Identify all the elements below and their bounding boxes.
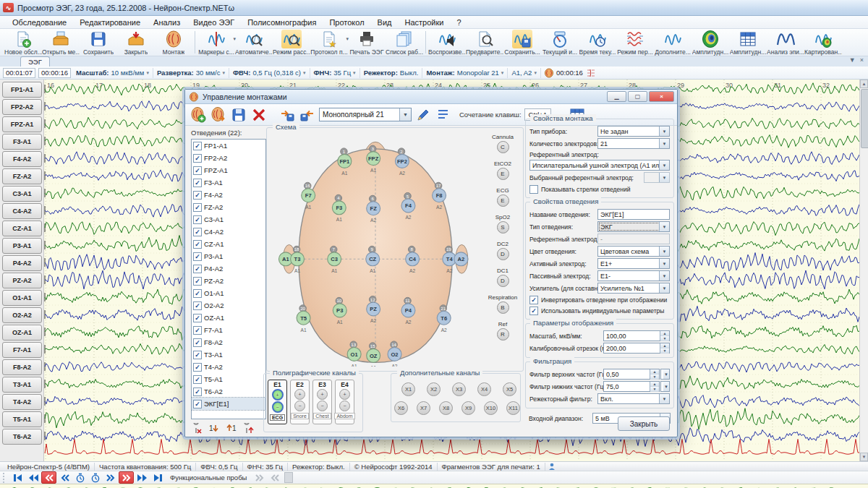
vertical-scrollbar[interactable]: ▲ ▼ (859, 80, 868, 461)
nav-jump-forward-button[interactable] (103, 472, 117, 483)
lead-item-F3-A1[interactable]: ✓F3-A1 (192, 176, 265, 189)
nav-fn-back-button[interactable] (268, 472, 281, 483)
close-pane-icon[interactable]: × (860, 56, 864, 64)
reference-electrode-select[interactable]: Ипсилатеральный ушной электрод (A1 или A… (529, 160, 670, 171)
channel-label-T6-A2[interactable]: T6-A2 (2, 429, 42, 445)
channel-label-O1-A1[interactable]: O1-A1 (2, 290, 42, 306)
toolbar-button-wave-save[interactable]: Сохранить... (503, 29, 541, 56)
menu-item-8[interactable]: ? (450, 17, 467, 28)
minus-contact[interactable]: − (339, 401, 350, 411)
channel-label-F7-A1[interactable]: F7-A1 (2, 342, 42, 358)
electrode-A2[interactable]: A2 (454, 252, 468, 266)
toolbar-button-close-box[interactable]: Закрыть (117, 29, 155, 56)
toolbar-button-wave-clock[interactable]: Время теку... (579, 29, 616, 56)
select-Усилитель (для составного):[interactable]: Усилитель №1▼ (597, 283, 670, 294)
channel-label-T5-A1[interactable]: T5-A1 (2, 411, 42, 427)
poly-card-E1[interactable]: E1+−ECG (268, 380, 287, 424)
poly-channel-DC2[interactable]: DC2D (484, 241, 522, 267)
lead-checkbox[interactable]: ✓ (193, 166, 202, 175)
lead-item-C4-A2[interactable]: ✓C4-A2 (192, 226, 265, 238)
channel-label-CZ-A1[interactable]: CZ-A1 (2, 221, 42, 236)
extra-channel-X4[interactable]: X4 (477, 382, 491, 396)
channel-label-O2-A2[interactable]: O2-A2 (2, 307, 42, 323)
move-up-icon[interactable]: 1 (226, 423, 237, 435)
dropdown-arrow-icon[interactable]: ▾ (222, 70, 225, 76)
export-montage-icon[interactable] (278, 106, 296, 124)
extra-channel-X6[interactable]: X6 (394, 401, 408, 415)
toolbar-button-amp-table[interactable]: Амплитудн... (729, 29, 767, 56)
dropdown-arrow-icon[interactable]: ▾ (353, 70, 356, 76)
reorder-list-icon[interactable] (435, 106, 452, 124)
poly-card-E3[interactable]: E3+−Chest (312, 380, 332, 424)
toolbar-button-doc-star[interactable]: ★Протокол п...▾ (310, 29, 348, 56)
param-6[interactable]: A1, A2▾ (508, 68, 541, 78)
toolbar-button-pages[interactable]: Список раб... (386, 29, 423, 56)
poly-card-E4[interactable]: E4+−Abdom (335, 380, 354, 424)
lead-item-F4-A2[interactable]: ✓F4-A2 (192, 189, 265, 201)
leads-list[interactable]: ✓FP1-A1✓FP2-A2✓FPZ-A1✓F3-A1✓F4-A2✓FZ-A2✓… (191, 139, 266, 419)
lead-checkbox[interactable]: ✓ (193, 326, 202, 335)
poly-card-E2[interactable]: E2+−Snore (290, 380, 310, 424)
copy-montage-icon[interactable] (210, 106, 227, 124)
menu-item-5[interactable]: Протокол (323, 17, 370, 28)
channel-label-FP2-A2[interactable]: FP2-A2 (2, 99, 42, 115)
montage-select[interactable]: Монополярный 21▼ (319, 108, 412, 121)
lead-item-F7-A1[interactable]: ✓F7-A1 (192, 324, 265, 336)
lead-item-T6-A2[interactable]: ✓T6-A2 (192, 385, 265, 398)
spinner-Калибровочный отрезок (мкВ):[interactable]: 200,00▲▼ (603, 343, 670, 354)
move-down-icon[interactable]: 1 (208, 423, 220, 435)
menu-item-7[interactable]: Настройки (398, 17, 450, 28)
dropdown-arrow-icon[interactable]: ▾ (303, 70, 306, 76)
lead-item-PZ-A2[interactable]: ✓PZ-A2 (192, 275, 265, 287)
lead-item-FZ-A2[interactable]: ✓FZ-A2 (192, 201, 265, 213)
poly-channel-Ref[interactable]: RefR (484, 321, 522, 348)
param-3[interactable]: ФНЧ:35 Гц▾ (310, 68, 360, 78)
lead-item-ЭКГ[E1][interactable]: ✓ЭКГ[E1] (192, 398, 265, 410)
poly-channel-Respiration[interactable]: RespirationB (484, 294, 522, 321)
poly-channel-ECG[interactable]: ECGE (484, 187, 522, 214)
lead-checkbox[interactable]: ✓ (193, 375, 202, 384)
param-5[interactable]: Монтаж:Monopolar 21▾ (422, 68, 508, 78)
toolbar-button-printer[interactable]: Печать ЭЭГ (348, 29, 386, 56)
param-1[interactable]: Развертка:30 мм/с▾ (153, 68, 229, 78)
nav-grip[interactable] (284, 472, 293, 483)
extra-channel-X1[interactable]: X1 (401, 382, 415, 396)
toolbar-button-wave-map[interactable]: Картирован... (804, 29, 842, 56)
select-Цвет отведения:[interactable]: Цветовая схема▼ (597, 246, 670, 257)
extra-channel-X11[interactable]: X11 (506, 401, 520, 415)
scroll-down-icon[interactable]: ▼ (860, 453, 868, 461)
menu-item-6[interactable]: Вид (371, 17, 399, 28)
nav-timer-back-button[interactable] (73, 472, 87, 483)
lead-checkbox[interactable]: ✓ (193, 252, 202, 261)
lead-checkbox[interactable]: ✓ (193, 240, 202, 249)
extra-channel-X9[interactable]: X9 (461, 401, 475, 415)
minus-contact[interactable]: − (294, 401, 305, 411)
lead-item-T4-A2[interactable]: ✓T4-A2 (192, 361, 265, 373)
extra-channel-X5[interactable]: X5 (503, 382, 516, 396)
toolbar-button-new-exam[interactable]: Новое обсл... (4, 29, 42, 56)
remove-electrode-icon[interactable] (191, 423, 203, 435)
new-montage-icon[interactable] (190, 106, 207, 124)
spinner-Масштаб, мкВ/мм:[interactable]: 100,00▲▼ (603, 330, 670, 341)
nav-jump-back-button[interactable] (58, 472, 72, 483)
poly-channel-SpO2[interactable]: SpO2S (484, 214, 522, 241)
channel-label-PZ-A2[interactable]: PZ-A2 (2, 273, 42, 288)
input-Референтный электрод:[interactable]: - (597, 234, 670, 244)
minus-contact[interactable]: − (272, 401, 284, 413)
channel-label-FZ-A2[interactable]: FZ-A2 (2, 168, 42, 184)
lead-checkbox[interactable]: ✓ (193, 277, 202, 286)
lead-item-O2-A2[interactable]: ✓O2-A2 (192, 299, 265, 312)
minimize-button[interactable]: ▁ (607, 91, 626, 102)
checkbox-Показывать стрелки отведений[interactable]: Показывать стрелки отведений (529, 184, 670, 194)
nav-timer-forward-button[interactable] (88, 472, 102, 483)
lead-item-C3-A1[interactable]: ✓C3-A1 (192, 213, 265, 226)
lead-checkbox[interactable]: ✓ (193, 142, 202, 150)
extra-channel-X8[interactable]: X8 (439, 401, 453, 415)
lead-item-O1-A1[interactable]: ✓O1-A1 (192, 287, 265, 299)
select-Выбранный референтный электрод:[interactable]: ▼ (644, 172, 670, 183)
maximize-button[interactable]: ▢ (628, 91, 647, 102)
toolbar-button-amp-map[interactable]: Амплитудн... (692, 29, 729, 56)
select-Количество электродов:[interactable]: 21▼ (597, 138, 670, 149)
channel-label-T3-A1[interactable]: T3-A1 (2, 377, 42, 393)
checkbox-Инвертировать отведение при отображении[interactable]: ✓Инвертировать отведение при отображении (529, 294, 670, 305)
